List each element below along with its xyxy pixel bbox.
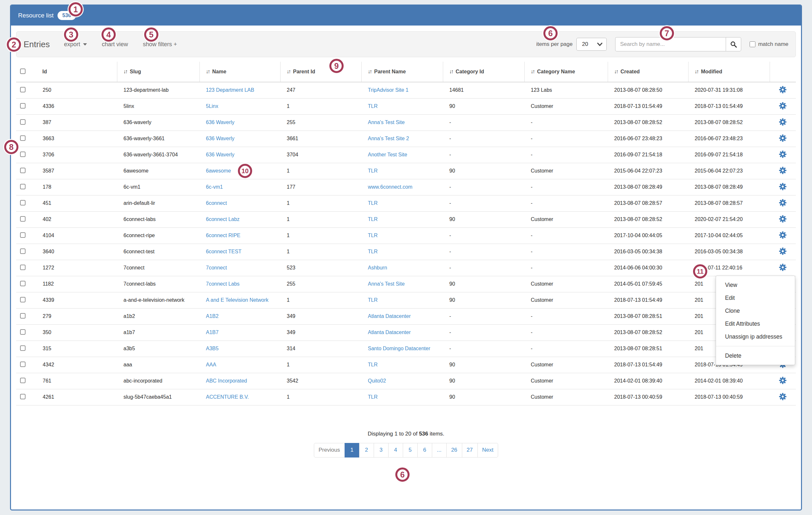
- name-link[interactable]: 6c-vm1: [206, 184, 223, 190]
- name-link[interactable]: 7connect: [206, 265, 227, 270]
- parent-name-link[interactable]: Santo Domingo Datacenter: [368, 346, 430, 351]
- search-button[interactable]: [726, 37, 741, 51]
- row-actions-button[interactable]: [779, 151, 786, 158]
- parent-name-link[interactable]: Atlanta Datacenter: [368, 330, 411, 335]
- name-link[interactable]: 5Linx: [206, 103, 218, 109]
- row-checkbox[interactable]: [20, 313, 26, 319]
- column-header-modified[interactable]: ↓↑Modified: [688, 62, 770, 82]
- row-actions-button[interactable]: [779, 215, 786, 222]
- row-checkbox[interactable]: [20, 297, 26, 302]
- page-3-button[interactable]: 3: [374, 443, 388, 457]
- page-2-button[interactable]: 2: [359, 443, 374, 457]
- parent-name-link[interactable]: TripAdvisor Site 1: [368, 87, 409, 93]
- row-actions-button[interactable]: [779, 118, 786, 126]
- row-checkbox[interactable]: [20, 265, 26, 270]
- parent-name-link[interactable]: Anna's Test Site: [368, 120, 405, 125]
- parent-name-link[interactable]: TLR: [368, 216, 378, 222]
- menu-item-clone[interactable]: Clone: [716, 304, 795, 317]
- menu-item-view[interactable]: View: [716, 278, 795, 292]
- row-actions-button[interactable]: [779, 247, 786, 255]
- row-actions-button[interactable]: [779, 102, 786, 110]
- parent-name-link[interactable]: Another Test Site: [368, 152, 407, 157]
- show-filters-button[interactable]: show filters +: [143, 41, 177, 48]
- name-link[interactable]: A3B5: [206, 346, 219, 351]
- match-name-checkbox[interactable]: [750, 41, 755, 47]
- parent-name-link[interactable]: Anna's Test Site: [368, 281, 405, 286]
- parent-name-link[interactable]: TLR: [368, 297, 378, 303]
- name-link[interactable]: 636 Waverly: [206, 136, 234, 141]
- row-actions-button[interactable]: [779, 134, 786, 142]
- parent-name-link[interactable]: www.6connect.com: [368, 184, 412, 190]
- export-button[interactable]: export: [64, 41, 87, 48]
- row-actions-button[interactable]: [779, 264, 786, 271]
- parent-name-link[interactable]: TLR: [368, 233, 378, 238]
- name-link[interactable]: 636 Waverly: [206, 120, 234, 125]
- column-header-parent-id[interactable]: ↓↑Parent Id: [280, 62, 361, 82]
- page-previous-button[interactable]: Previous: [314, 443, 345, 457]
- row-checkbox[interactable]: [20, 232, 26, 238]
- chart-view-button[interactable]: chart view: [102, 41, 128, 48]
- items-per-page-select[interactable]: 20: [576, 38, 607, 51]
- row-checkbox[interactable]: [20, 394, 26, 399]
- name-link[interactable]: A1B2: [206, 313, 219, 319]
- column-header-name[interactable]: ↓↑Name: [199, 62, 280, 82]
- parent-name-link[interactable]: Quito02: [368, 378, 386, 384]
- name-link[interactable]: 123 Department LAB: [206, 87, 254, 93]
- select-all-checkbox[interactable]: [20, 68, 26, 74]
- name-link[interactable]: A1B7: [206, 330, 219, 335]
- name-link[interactable]: 636 Waverly: [206, 152, 234, 157]
- parent-name-link[interactable]: Atlanta Datacenter: [368, 313, 411, 319]
- row-checkbox[interactable]: [20, 281, 26, 286]
- row-checkbox[interactable]: [20, 87, 26, 92]
- name-link[interactable]: ACCENTURE B.V.: [206, 394, 249, 400]
- row-checkbox[interactable]: [20, 103, 26, 109]
- name-link[interactable]: 7connect Labs: [206, 281, 239, 286]
- row-actions-button[interactable]: [779, 167, 786, 174]
- parent-name-link[interactable]: TLR: [368, 394, 378, 400]
- page-next-button[interactable]: Next: [477, 443, 498, 457]
- row-actions-button[interactable]: [779, 199, 786, 207]
- menu-item-delete[interactable]: Delete: [716, 349, 795, 362]
- parent-name-link[interactable]: Anna's Test Site 2: [368, 136, 409, 141]
- menu-item-unassign-ip-addresses[interactable]: Unassign ip addresses: [716, 330, 795, 343]
- row-checkbox[interactable]: [20, 152, 26, 157]
- menu-item-edit-attributes[interactable]: Edit Attributes: [716, 317, 795, 330]
- row-actions-button[interactable]: [779, 231, 786, 239]
- name-link[interactable]: 6connect RIPE: [206, 233, 240, 238]
- parent-name-link[interactable]: TLR: [368, 200, 378, 206]
- page-5-button[interactable]: 5: [403, 443, 418, 457]
- row-checkbox[interactable]: [20, 168, 26, 173]
- row-actions-button[interactable]: [779, 86, 786, 93]
- row-checkbox[interactable]: [20, 329, 26, 335]
- page-27-button[interactable]: 27: [462, 443, 478, 457]
- row-checkbox[interactable]: [20, 378, 26, 383]
- page-ellipsis[interactable]: ...: [432, 443, 447, 457]
- row-checkbox[interactable]: [20, 184, 26, 189]
- row-checkbox[interactable]: [20, 362, 26, 367]
- column-header-created[interactable]: ↓↑Created: [608, 62, 688, 82]
- page-26-button[interactable]: 26: [446, 443, 462, 457]
- match-name-option[interactable]: match name: [750, 41, 788, 48]
- row-checkbox[interactable]: [20, 135, 26, 141]
- row-actions-button[interactable]: [779, 377, 786, 384]
- parent-name-link[interactable]: TLR: [368, 168, 378, 174]
- page-6-button[interactable]: 6: [417, 443, 432, 457]
- row-checkbox[interactable]: [20, 200, 26, 206]
- name-link[interactable]: 6connect Labz: [206, 216, 239, 222]
- row-actions-button[interactable]: [779, 393, 786, 400]
- row-checkbox[interactable]: [20, 216, 26, 222]
- row-checkbox[interactable]: [20, 119, 26, 125]
- column-header-category-id[interactable]: ↓↑Category Id: [443, 62, 524, 82]
- page-1-button[interactable]: 1: [345, 443, 359, 457]
- column-header-category-name[interactable]: ↓↑Category Name: [524, 62, 608, 82]
- row-checkbox[interactable]: [20, 248, 26, 254]
- name-link[interactable]: A and E Television Network: [206, 297, 269, 303]
- row-actions-button[interactable]: [779, 183, 786, 190]
- parent-name-link[interactable]: TLR: [368, 249, 378, 254]
- menu-item-edit[interactable]: Edit: [716, 292, 795, 304]
- page-4-button[interactable]: 4: [388, 443, 403, 457]
- column-header-slug[interactable]: ↓↑Slug: [117, 62, 199, 82]
- name-link[interactable]: 6connect TEST: [206, 249, 241, 254]
- name-link[interactable]: 6awesome: [206, 168, 231, 174]
- parent-name-link[interactable]: TLR: [368, 103, 378, 109]
